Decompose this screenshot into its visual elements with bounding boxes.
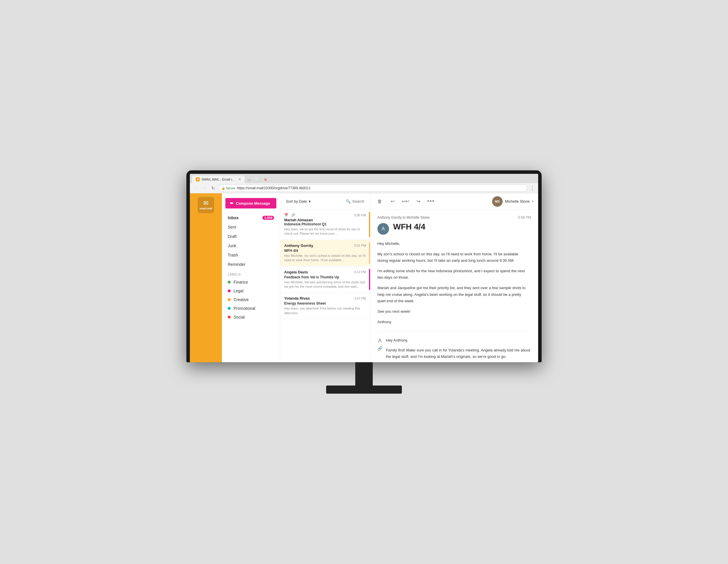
calendar-icon: 📅 (284, 213, 288, 217)
reply-p1: Hey Anthony, (386, 337, 531, 344)
forward-button[interactable]: → (201, 185, 208, 192)
promotional-label: Promotional (234, 306, 255, 311)
compose-button[interactable]: ✏ Compose Message (225, 198, 276, 208)
inbox-label: Inbox (228, 215, 238, 220)
label-creative[interactable]: Creative (222, 295, 280, 304)
url-text: https://smail.mail/10300/nrgdrive/77389.… (237, 186, 311, 190)
sender-initial: A (382, 226, 385, 231)
search-icon: 🔍 (346, 199, 351, 204)
legal-dot (228, 289, 231, 292)
email-time-2: 5:01 PM (354, 244, 366, 247)
email-detail-header: A WFH 4/4 (377, 222, 531, 235)
tab-close-button[interactable]: ✕ (238, 177, 241, 181)
window-controls: — ⬜ ✕ (246, 176, 269, 183)
email-preview-4: Hey team, see attached! Print before our… (284, 306, 366, 315)
email-list-toolbar: Sort by Date ▾ 🔍 Search (280, 193, 370, 210)
reply-body: Hey Anthony, Family first! Make sure you… (386, 337, 531, 362)
email-item-2[interactable]: Anthony Gorrity 5:01 PM WFH 4/4 Hey Mich… (280, 240, 370, 266)
body-p1: Hey Michelle, (377, 241, 529, 247)
monitor-stand-neck (355, 362, 373, 386)
label-legal[interactable]: Legal (222, 287, 280, 295)
nav-panel: ✏ Compose Message Inbox 1,939 Sent Draft (222, 193, 280, 362)
email-preview-1: Hey team, we've got the first round of s… (284, 227, 366, 236)
link-icon-1: 🔗 (291, 213, 295, 217)
search-label: Search (352, 199, 364, 204)
compose-label: Compose Message (236, 201, 270, 206)
promotional-dot (228, 307, 231, 310)
sidebar-logo: ✉ smail.mail (198, 197, 214, 213)
reply-p2: Family first! Make sure you call in for … (386, 347, 531, 360)
sort-button[interactable]: Sort by Date ▾ (284, 197, 313, 205)
more-options-button[interactable]: ••• (426, 197, 436, 206)
email-body: Hey Michelle, My son's school is closed … (377, 241, 529, 325)
body-p5: See you next week! (377, 308, 529, 315)
user-name: Michelle Stone (505, 199, 530, 204)
logo-text: smail.mail (199, 207, 212, 210)
creative-dot (228, 298, 231, 301)
forward-button[interactable]: ↪ (414, 197, 423, 206)
label-finance[interactable]: Finance (222, 278, 280, 287)
reply-link-icon: 🔗 (377, 346, 382, 351)
label-social[interactable]: Social (222, 313, 280, 321)
inbox-badge: 1,939 (262, 216, 274, 220)
nav-item-trash[interactable]: Trash (222, 250, 280, 260)
browser-tab-active[interactable]: ✉ SMAIL.MAIL - Email inbo... ✕ (192, 176, 245, 183)
browser-menu-button[interactable]: ⋮ (529, 185, 536, 192)
nav-item-reminder[interactable]: Reminder (222, 260, 280, 269)
tab-title: SMAIL.MAIL - Email inbo... (202, 178, 236, 181)
email-item-1[interactable]: 📅 🔗 5:06 PM Mariah Almazan Indonesia Pho… (280, 210, 370, 240)
nav-item-draft[interactable]: Draft (222, 232, 280, 241)
nav-item-sent[interactable]: Sent (222, 222, 280, 232)
email-detail-content: Anthony Gorrity to Michelle Stone 5:06 P… (370, 210, 538, 362)
tab-favicon: ✉ (196, 177, 200, 181)
email-time-1: 5:06 PM (354, 213, 366, 217)
email-item-1-header: 📅 🔗 5:06 PM (284, 213, 366, 217)
sidebar: ✉ smail.mail (190, 193, 222, 362)
email-list: 📅 🔗 5:06 PM Mariah Almazan Indonesia Pho… (280, 210, 370, 362)
legal-label: Legal (234, 289, 243, 293)
email-list-panel: Sort by Date ▾ 🔍 Search (280, 193, 370, 362)
nav-item-junk[interactable]: Junk (222, 241, 280, 250)
priority-bar-2 (369, 242, 370, 264)
email-divider (377, 331, 531, 331)
email-item-2-header: Anthony Gorrity 5:01 PM (284, 243, 366, 248)
email-item-4[interactable]: Yolanda Rivas 3:47 PM Energy Awareness S… (280, 293, 370, 319)
back-button[interactable]: ← (192, 185, 199, 192)
sent-label: Sent (228, 225, 236, 229)
undo-button[interactable]: ↩ (388, 197, 397, 206)
email-meta-row: Anthony Gorrity to Michelle Stone 5:06 P… (377, 215, 531, 220)
monitor-stand-base (326, 386, 402, 394)
delete-icon: 🗑 (377, 199, 382, 204)
email-sender-4: Yolanda Rivas (284, 296, 310, 300)
email-subject-4: Energy Awareness Sheet (284, 301, 366, 305)
body-p3: I'm editing some shots for the new Indon… (377, 268, 529, 281)
email-item-3[interactable]: Angela Davis 4:12 PM Feedback from Val i… (280, 266, 370, 293)
label-promotional[interactable]: Promotional (222, 304, 280, 313)
user-dropdown-icon: ▾ (532, 200, 533, 203)
maximize-button[interactable]: ⬜ (254, 176, 261, 183)
social-label: Social (234, 315, 245, 319)
trash-label: Trash (228, 253, 238, 257)
more-icon: ••• (427, 198, 435, 204)
user-profile[interactable]: MS Michelle Stone ▾ (492, 196, 533, 207)
browser-toolbar: ← → ↻ 🔒 Secure https://smail.mail/10300/… (190, 183, 538, 193)
email-sender-2: Anthony Gorrity (284, 243, 313, 248)
sort-arrow-icon: ▾ (309, 199, 311, 204)
minimize-button[interactable]: — (246, 176, 253, 183)
search-button[interactable]: 🔍 Search (344, 197, 367, 205)
browser-tabs: ✉ SMAIL.MAIL - Email inbo... ✕ — ⬜ ✕ (190, 174, 538, 183)
delete-button[interactable]: 🗑 (375, 197, 384, 206)
close-button[interactable]: ✕ (262, 176, 269, 183)
email-detail-subject: WFH 4/4 (393, 222, 425, 232)
email-time-4: 3:47 PM (354, 297, 366, 300)
nav-item-inbox[interactable]: Inbox 1,939 (222, 213, 280, 222)
email-subject-2: WFH 4/4 (284, 249, 366, 253)
browser-chrome: ✉ SMAIL.MAIL - Email inbo... ✕ — ⬜ ✕ ← →… (190, 174, 538, 193)
address-bar[interactable]: 🔒 Secure https://smail.mail/10300/nrgdri… (218, 184, 527, 192)
reply-all-button[interactable]: ↩↩ (401, 197, 410, 206)
refresh-button[interactable]: ↻ (210, 185, 217, 192)
email-detail-time: 5:06 PM (518, 215, 531, 220)
email-subject-3: Feedback from Val is Thumbs Up (284, 275, 366, 279)
secure-badge: 🔒 Secure (222, 187, 235, 190)
creative-label: Creative (234, 297, 249, 302)
